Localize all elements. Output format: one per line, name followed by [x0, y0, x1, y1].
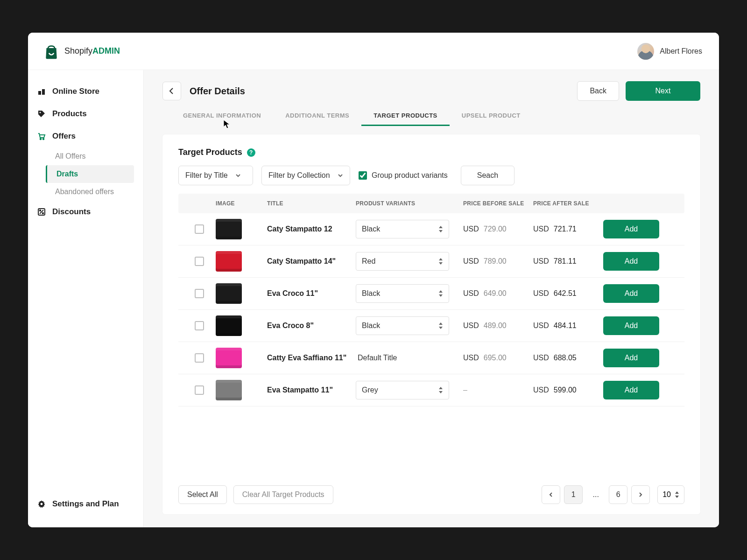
- add-button[interactable]: Add: [603, 284, 659, 303]
- pager-prev[interactable]: [542, 485, 560, 504]
- add-button[interactable]: Add: [603, 252, 659, 271]
- page-size-select[interactable]: 10: [657, 485, 684, 504]
- add-button[interactable]: Add: [603, 316, 659, 335]
- tab-general-information[interactable]: GENERAL INFORMATION: [171, 106, 273, 126]
- tag-icon: [37, 110, 46, 118]
- price-after: USD484.11: [533, 322, 603, 330]
- clear-all-button[interactable]: Clear All Target Products: [233, 485, 333, 504]
- filter-by-collection-select[interactable]: Filter by Collection: [261, 166, 350, 185]
- sidebar-item-online-store[interactable]: Online Store: [28, 80, 143, 103]
- svg-rect-1: [42, 89, 45, 95]
- user-menu[interactable]: Albert Flores: [637, 43, 702, 60]
- product-title: Eva Stampatto 11": [267, 386, 356, 394]
- product-title: Caty Stampatto 14": [267, 257, 356, 266]
- help-icon[interactable]: ?: [247, 148, 255, 157]
- sidebar-item-offers[interactable]: Offers: [28, 125, 143, 147]
- tab-target-products[interactable]: TARGET PRODUCTS: [361, 106, 450, 126]
- brand: ShopifyADMIN: [45, 43, 120, 59]
- add-button[interactable]: Add: [603, 349, 659, 367]
- product-title: Caty Stampatto 12: [267, 225, 356, 233]
- next-button[interactable]: Next: [626, 81, 700, 101]
- variant-value: Black: [362, 225, 380, 233]
- svg-point-9: [41, 503, 43, 505]
- sort-icon: [675, 491, 679, 498]
- svg-point-4: [43, 139, 44, 140]
- tab-upsell-product[interactable]: UPSELL PRODUCT: [450, 106, 533, 126]
- variant-select[interactable]: Black: [356, 316, 449, 335]
- tab-additional-terms[interactable]: ADDITIOANL TERMS: [273, 106, 361, 126]
- variant-value: Grey: [362, 386, 378, 394]
- price-before: USD489.00: [463, 322, 533, 330]
- user-name: Albert Flores: [660, 47, 702, 56]
- pager-ellipsis: ...: [586, 485, 605, 504]
- sidebar-label: Offers: [52, 132, 76, 141]
- add-button[interactable]: Add: [603, 220, 659, 238]
- pager-page-last[interactable]: 6: [609, 485, 627, 504]
- avatar: [637, 43, 654, 60]
- sort-icon: [438, 387, 443, 393]
- chevron-down-icon: [235, 173, 241, 178]
- sidebar-sub-all-offers[interactable]: All Offers: [49, 147, 143, 165]
- sort-icon: [438, 226, 443, 232]
- price-after: USD599.00: [533, 386, 603, 394]
- variant-select[interactable]: Grey: [356, 381, 449, 399]
- sidebar-sub-drafts[interactable]: Drafts: [46, 165, 134, 183]
- sidebar-settings[interactable]: Settings and Plan: [28, 493, 143, 515]
- row-checkbox[interactable]: [195, 257, 204, 266]
- sidebar-label: Discounts: [52, 207, 91, 217]
- svg-rect-0: [38, 91, 41, 95]
- group-variants-label: Group product variants: [372, 171, 448, 180]
- page-size-value: 10: [662, 490, 671, 499]
- table-row: Eva Croco 11"BlackUSD649.00USD642.51Add: [178, 278, 684, 310]
- product-image: [216, 283, 242, 304]
- price-before: USD729.00: [463, 225, 533, 233]
- table-row: Caty Stampatto 14"RedUSD789.00USD781.11A…: [178, 245, 684, 278]
- filter-by-title-select[interactable]: Filter by Title: [178, 166, 253, 185]
- pager-page-current[interactable]: 1: [564, 485, 583, 504]
- product-title: Catty Eva Saffiano 11": [267, 354, 356, 362]
- product-title: Eva Croco 11": [267, 289, 356, 298]
- back-button[interactable]: Back: [577, 81, 619, 101]
- variant-value: Black: [362, 289, 380, 298]
- add-button[interactable]: Add: [603, 381, 659, 399]
- row-checkbox[interactable]: [195, 353, 204, 363]
- row-checkbox[interactable]: [195, 224, 204, 234]
- search-button[interactable]: Seach: [461, 166, 514, 185]
- sort-icon: [438, 258, 443, 265]
- sidebar-label: Online Store: [52, 87, 99, 96]
- svg-point-8: [42, 213, 43, 214]
- row-checkbox[interactable]: [195, 321, 204, 330]
- price-after: USD721.71: [533, 225, 603, 233]
- row-checkbox[interactable]: [195, 289, 204, 298]
- sidebar-label: Settings and Plan: [52, 499, 119, 509]
- sidebar-item-products[interactable]: Products: [28, 103, 143, 125]
- sidebar-sub-abandoned[interactable]: Abandoned offers: [49, 183, 143, 201]
- sidebar-item-discounts[interactable]: Discounts: [28, 201, 143, 223]
- brand-name: ShopifyADMIN: [64, 46, 120, 56]
- col-price-after: PRICE AFTER SALE: [533, 200, 603, 207]
- product-title: Eva Croco 8": [267, 322, 356, 330]
- select-all-button[interactable]: Select All: [178, 485, 227, 504]
- chevron-right-icon: [638, 492, 643, 497]
- product-image: [216, 315, 242, 336]
- price-before: USD695.00: [463, 354, 533, 362]
- chevron-down-icon: [338, 173, 343, 178]
- chevron-left-icon: [548, 492, 554, 497]
- variant-select[interactable]: Black: [356, 220, 449, 238]
- group-variants-checkbox-row[interactable]: Group product variants: [359, 171, 448, 180]
- price-after: USD642.51: [533, 289, 603, 298]
- variant-value: Default Title: [356, 354, 463, 362]
- variant-select[interactable]: Red: [356, 252, 449, 271]
- table-row: Eva Stampatto 11"Grey–USD599.00Add: [178, 374, 684, 406]
- price-before: USD649.00: [463, 289, 533, 298]
- sort-icon: [438, 290, 443, 297]
- product-image: [216, 380, 242, 400]
- sort-icon: [438, 322, 443, 329]
- variant-value: Red: [362, 257, 375, 266]
- variant-select[interactable]: Black: [356, 284, 449, 303]
- filter-title-label: Filter by Title: [185, 171, 228, 180]
- group-variants-checkbox[interactable]: [359, 171, 367, 180]
- back-arrow-button[interactable]: [162, 82, 181, 100]
- row-checkbox[interactable]: [195, 385, 204, 395]
- pager-next[interactable]: [631, 485, 650, 504]
